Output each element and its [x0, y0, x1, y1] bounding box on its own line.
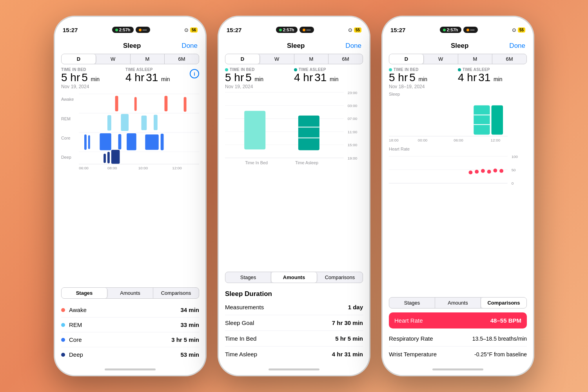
nav-done-2[interactable]: Done	[345, 42, 361, 50]
app-content-1: Sleep Done D W M 6M TIME IN BED 5 hr 5 m…	[55, 38, 205, 363]
status-time-3: 15:27	[390, 27, 405, 33]
time-asleep-value-2: 4 hr 31 min	[294, 72, 363, 84]
svg-rect-50	[474, 105, 490, 134]
rr-value: 13.5–18.5 breaths/min	[472, 336, 527, 342]
tab-bar-1: Stages Amounts Comparisons	[61, 287, 199, 299]
svg-text:08:00: 08:00	[107, 166, 117, 170]
comparison-respiratory-rate: Respiratory Rate 13.5–18.5 breaths/min	[389, 331, 527, 347]
tab-comparisons-2[interactable]: Comparisons	[317, 272, 363, 283]
svg-text:00:00: 00:00	[418, 138, 428, 142]
svg-text:19:00: 19:00	[348, 156, 358, 160]
phone-1: 15:27 2:57h — ⊙ 56 Sleep Don	[54, 16, 207, 376]
home-indicator-1	[55, 363, 205, 375]
hr-chart-label-3: Heart Rate	[389, 147, 527, 151]
seg-6m-1[interactable]: 6M	[165, 54, 199, 64]
svg-text:Time In Bed: Time In Bed	[245, 160, 268, 165]
battery-2: 55	[354, 27, 361, 33]
activity-pill-1: 2:57h	[112, 27, 134, 33]
tib-value-3: 5 hr 5 min	[389, 72, 458, 84]
nav-done-3[interactable]: Done	[509, 42, 525, 50]
svg-text:Awake: Awake	[61, 97, 74, 102]
nav-done-1[interactable]: Done	[181, 42, 198, 50]
tab-comparisons-3[interactable]: Comparisons	[481, 298, 526, 308]
activity-time-1: 2:57h	[119, 27, 131, 32]
svg-text:REM: REM	[61, 116, 71, 121]
seg-w-2[interactable]: W	[260, 54, 294, 64]
wifi-icon-3: ⊙	[512, 27, 516, 33]
seg-w-3[interactable]: W	[424, 54, 458, 64]
tab-stages-3[interactable]: Stages	[389, 298, 435, 308]
stats-section-2: TIME IN BED 5 hr 5 min TIME ASLEEP 4 hr …	[219, 66, 369, 84]
svg-rect-18	[121, 114, 129, 131]
seg-6m-3[interactable]: 6M	[492, 54, 526, 64]
svg-rect-16	[184, 97, 187, 111]
info-icon-1[interactable]: i	[190, 69, 199, 78]
seg-d-3[interactable]: D	[389, 54, 424, 64]
svg-rect-26	[145, 134, 158, 150]
svg-point-66	[481, 169, 485, 173]
stat-time-asleep-2: TIME ASLEEP 4 hr 31 min	[294, 67, 363, 84]
seg-m-3[interactable]: M	[458, 54, 493, 64]
core-dot	[61, 338, 65, 342]
stage-item-rem: REM 33 min	[61, 318, 199, 332]
mute-dot-3	[466, 29, 469, 31]
nav-bar-2: Sleep Done	[219, 38, 369, 52]
time-in-bed-label-list: Time In Bed	[225, 335, 256, 342]
stage-item-awake: Awake 34 min	[61, 303, 199, 318]
status-bar-3: 15:27 2:57h — ⊙ 55	[383, 17, 533, 38]
seg-control-1: D W M 6M	[61, 54, 199, 64]
svg-rect-14	[134, 97, 137, 111]
svg-rect-13	[115, 96, 118, 111]
amounts-chart-svg-2: 23:00 03:00 07:00 11:00 15:00 19:00 Time…	[225, 92, 363, 170]
tab-amounts-2[interactable]: Amounts	[271, 272, 317, 283]
seg-d-1[interactable]: D	[62, 54, 96, 64]
status-icons-2: ⊙ 55	[348, 27, 361, 33]
stage-item-core: Core 3 hr 5 min	[61, 332, 199, 347]
dual-chart-area-3: Sleep 18:00 00:00 06:00 12:00 Heart Rate	[383, 90, 533, 295]
status-icons-3: ⊙ 55	[512, 27, 525, 33]
tab-comparisons-1[interactable]: Comparisons	[153, 288, 199, 298]
amounts-section-title-2: Sleep Duration	[225, 287, 363, 299]
mute-label-3: —	[470, 27, 475, 32]
time-in-bed-value-list: 5 hr 5 min	[335, 335, 363, 342]
status-center-1: 2:57h —	[112, 27, 150, 33]
svg-point-64	[469, 171, 473, 174]
svg-rect-51	[492, 105, 503, 134]
amounts-item-measurements: Measurements 1 day	[225, 299, 363, 315]
svg-text:23:00: 23:00	[348, 92, 358, 95]
mute-label-2: —	[307, 27, 311, 32]
svg-text:Core: Core	[61, 135, 70, 140]
comparisons-list-3: Heart Rate 48–55 BPM Respiratory Rate 13…	[383, 311, 533, 363]
seg-d-2[interactable]: D	[225, 54, 260, 64]
phone-2: 15:27 2:57h — ⊙ 55 Sleep Done	[218, 16, 370, 376]
measurements-value: 1 day	[348, 304, 363, 310]
svg-rect-22	[88, 135, 90, 149]
tab-amounts-1[interactable]: Amounts	[107, 288, 153, 298]
home-bar-2	[269, 368, 319, 370]
tab-stages-1[interactable]: Stages	[62, 288, 107, 298]
phone-3: 15:27 2:57h — ⊙ 55 Sleep Done	[381, 16, 534, 376]
time-in-bed-value-2: 5 hr 5 min	[225, 72, 294, 84]
seg-m-2[interactable]: M	[294, 54, 329, 64]
status-bar-2: 15:27 2:57h — ⊙ 55	[219, 17, 369, 38]
nav-title-1: Sleep	[123, 42, 141, 50]
tab-amounts-3[interactable]: Amounts	[435, 298, 481, 308]
stages-list-1: Awake 34 min REM 33 min Core 3 hr 5 min …	[55, 301, 205, 363]
mute-label-1: —	[143, 27, 147, 32]
home-indicator-3	[383, 363, 533, 375]
svg-rect-29	[107, 152, 110, 163]
time-asleep-label-list: Time Asleep	[225, 351, 257, 358]
comparison-wrist-temp: Wrist Temperature -0.25°F from baseline	[389, 347, 527, 362]
time-asleep-value-1: 4 hr 31 min	[125, 72, 190, 84]
seg-w-1[interactable]: W	[96, 54, 131, 64]
svg-text:Deep: Deep	[61, 155, 71, 160]
seg-m-1[interactable]: M	[131, 54, 165, 64]
tab-stages-2[interactable]: Stages	[225, 272, 271, 283]
hr-comparison-value: 48–55 BPM	[490, 317, 521, 324]
seg-6m-2[interactable]: 6M	[328, 54, 363, 64]
svg-rect-19	[142, 116, 147, 130]
svg-point-65	[475, 170, 479, 174]
rem-label: REM	[69, 321, 180, 328]
comparison-heart-rate: Heart Rate 48–55 BPM	[389, 312, 527, 328]
rem-time: 33 min	[180, 321, 199, 328]
